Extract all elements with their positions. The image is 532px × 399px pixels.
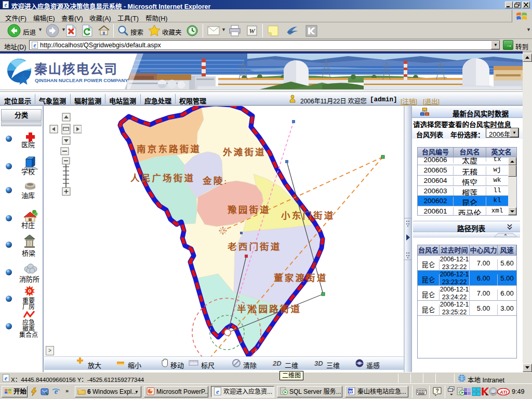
svg-text:e: e [216, 388, 219, 395]
svg-text:秦山核电公司: 秦山核电公司 [34, 62, 118, 76]
svg-text:老西门街道: 老西门街道 [227, 242, 282, 252]
svg-text:2D: 2D [272, 360, 282, 367]
svg-text:3D: 3D [314, 360, 323, 367]
svg-text:ATI: ATI [499, 390, 507, 395]
svg-text:W: W [249, 27, 256, 35]
svg-text:半淞园路街道: 半淞园路街道 [237, 304, 301, 314]
svg-text:董家渡街道: 董家渡街道 [274, 273, 328, 283]
svg-text:人民广场街道: 人民广场街道 [130, 173, 195, 183]
svg-text:QINSHAN NUCLEAR POWER COMPANY: QINSHAN NUCLEAR POWER COMPANY [35, 77, 128, 83]
svg-text:豫园街道: 豫园街道 [228, 205, 271, 215]
svg-text:e: e [5, 375, 8, 382]
svg-text:南京东路街道: 南京东路街道 [137, 144, 201, 154]
svg-text:小东门街道: 小东门街道 [281, 210, 335, 221]
svg-text:e: e [33, 42, 36, 48]
svg-text:e: e [55, 387, 58, 395]
svg-text:外滩街道: 外滩街道 [223, 147, 266, 157]
svg-text:W: W [349, 389, 353, 394]
svg-text:?: ? [435, 388, 438, 394]
svg-text:e: e [4, 2, 7, 8]
